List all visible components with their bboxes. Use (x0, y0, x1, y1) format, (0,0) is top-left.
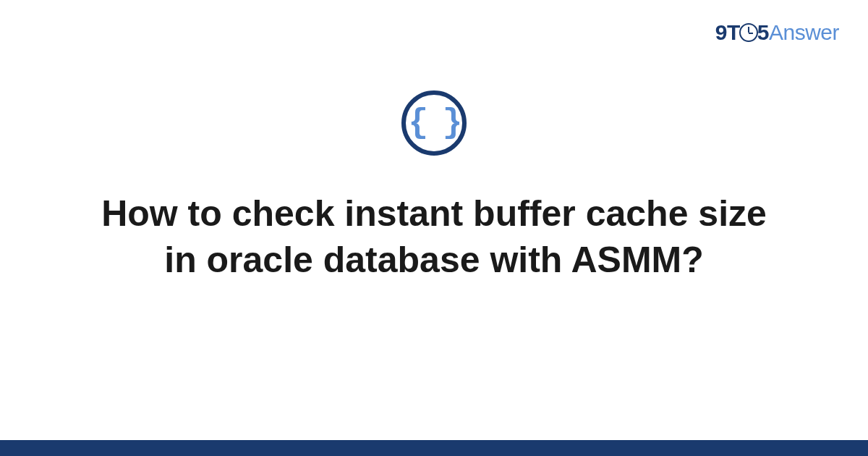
logo-part-t: T (727, 20, 740, 44)
bottom-accent-bar (0, 440, 868, 456)
logo-part-five: 5 (757, 20, 769, 44)
category-icon-circle: { } (401, 90, 467, 156)
question-title: How to check instant buffer cache size i… (72, 190, 796, 283)
code-braces-icon: { } (409, 106, 460, 140)
clock-icon (739, 23, 758, 42)
site-logo: 9T5Answer (715, 20, 839, 45)
logo-part-nine: 9 (715, 20, 727, 44)
main-content: { } How to check instant buffer cache si… (0, 90, 868, 283)
logo-part-answer: Answer (769, 20, 839, 44)
